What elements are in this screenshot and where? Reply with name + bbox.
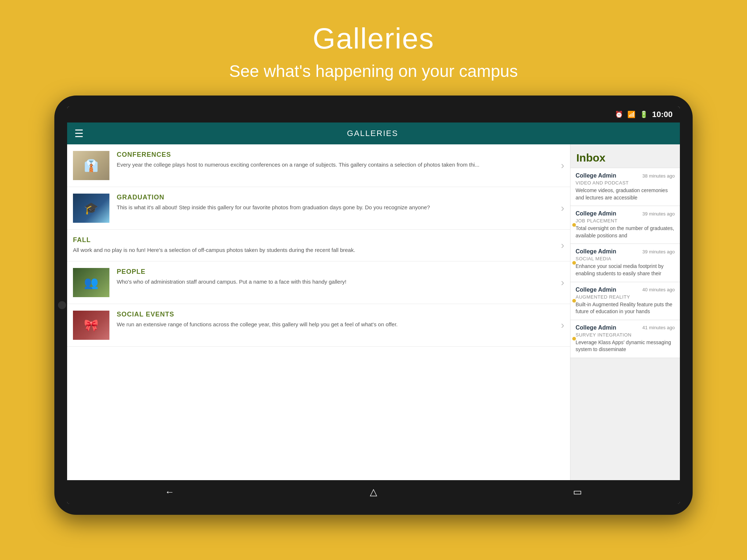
- inbox-panel: Inbox College Admin 38 minutes ago VIDEO…: [570, 144, 680, 480]
- gallery-name-people: PEOPLE: [117, 268, 557, 276]
- recent-button[interactable]: ▭: [562, 483, 593, 501]
- inbox-sender-3: College Admin: [576, 248, 616, 255]
- inbox-item-4-header: College Admin 40 minutes ago: [576, 287, 675, 293]
- inbox-time-1: 38 minutes ago: [642, 173, 675, 179]
- inbox-item-1-header: College Admin 38 minutes ago: [576, 172, 675, 179]
- chevron-right-people: ›: [561, 277, 564, 288]
- inbox-preview-2: Total oversight on the number of graduat…: [576, 225, 675, 239]
- main-content: CONFERENCES Every year the college plays…: [67, 144, 680, 480]
- inbox-time-5: 41 minutes ago: [642, 325, 675, 330]
- inbox-sender-5: College Admin: [576, 324, 616, 331]
- tablet-screen: ⏰ 📶 🔋 10:00 ☰ GALLERIES CONFERENCES Ever…: [67, 106, 680, 504]
- gallery-thumb-conferences: [73, 151, 109, 180]
- menu-icon[interactable]: ☰: [74, 128, 84, 140]
- app-header: ☰ GALLERIES: [67, 122, 680, 144]
- inbox-preview-3: Enhance your social media footprint by e…: [576, 263, 675, 277]
- inbox-sender-2: College Admin: [576, 210, 616, 217]
- gallery-desc-graduation: This is what it's all about! Step inside…: [117, 203, 557, 212]
- inbox-time-4: 40 minutes ago: [642, 287, 675, 292]
- inbox-item-3[interactable]: College Admin 39 minutes ago SOCIAL MEDI…: [570, 244, 680, 282]
- alarm-icon: ⏰: [615, 110, 623, 118]
- inbox-item-5[interactable]: College Admin 41 minutes ago SURVEY INTE…: [570, 320, 680, 358]
- inbox-subject-2: JOB PLACEMENT: [576, 218, 675, 223]
- gallery-list: CONFERENCES Every year the college plays…: [67, 144, 570, 480]
- gallery-desc-fall: All work and no play is no fun! Here's a…: [73, 246, 557, 254]
- inbox-header: Inbox: [570, 144, 680, 168]
- inbox-subject-5: SURVEY INTEGRATION: [576, 332, 675, 338]
- gallery-item-people[interactable]: PEOPLE Who's who of administration staff…: [67, 261, 570, 304]
- inbox-item-1[interactable]: College Admin 38 minutes ago VIDEO AND P…: [570, 168, 680, 206]
- inbox-time-2: 39 minutes ago: [642, 211, 675, 217]
- chevron-right-conferences: ›: [561, 160, 564, 171]
- gallery-item-conferences[interactable]: CONFERENCES Every year the college plays…: [67, 144, 570, 187]
- status-time: 10:00: [652, 110, 673, 119]
- page-title: Galleries: [229, 22, 518, 55]
- gallery-desc-people: Who's who of administration staff around…: [117, 278, 557, 286]
- inbox-sender-4: College Admin: [576, 287, 616, 293]
- battery-icon: 🔋: [640, 110, 648, 118]
- inbox-item-2-header: College Admin 39 minutes ago: [576, 210, 675, 217]
- inbox-time-3: 39 minutes ago: [642, 249, 675, 254]
- gallery-thumb-people: [73, 268, 109, 297]
- gallery-item-social-events[interactable]: SOCIAL EVENTS We run an extensive range …: [67, 304, 570, 347]
- gallery-name-graduation: GRADUATION: [117, 194, 557, 201]
- inbox-subject-1: VIDEO AND PODCAST: [576, 180, 675, 186]
- inbox-item-3-header: College Admin 39 minutes ago: [576, 248, 675, 255]
- home-button[interactable]: △: [359, 483, 388, 501]
- inbox-preview-4: Built-in Augmented Reality feature puts …: [576, 301, 675, 315]
- inbox-subject-3: SOCIAL MEDIA: [576, 256, 675, 261]
- inbox-preview-5: Leverage Klass Apps' dynamic messaging s…: [576, 339, 675, 353]
- gallery-desc-social: We run an extensive range of functions a…: [117, 320, 557, 329]
- status-bar: ⏰ 📶 🔋 10:00: [67, 106, 680, 122]
- chevron-right-social: ›: [561, 319, 564, 331]
- inbox-item-4[interactable]: College Admin 40 minutes ago AUGMENTED R…: [570, 282, 680, 320]
- gallery-info-fall: FALL All work and no play is no fun! Her…: [73, 236, 557, 254]
- wifi-icon: 📶: [627, 110, 635, 118]
- inbox-subject-4: AUGMENTED REALITY: [576, 294, 675, 300]
- gallery-name-conferences: CONFERENCES: [117, 151, 557, 159]
- tablet-frame: ⏰ 📶 🔋 10:00 ☰ GALLERIES CONFERENCES Ever…: [54, 96, 693, 515]
- inbox-item-2[interactable]: College Admin 39 minutes ago JOB PLACEME…: [570, 206, 680, 244]
- gallery-name-social: SOCIAL EVENTS: [117, 311, 557, 318]
- inbox-sender-1: College Admin: [576, 172, 616, 179]
- app-title: GALLERIES: [91, 129, 654, 138]
- gallery-desc-conferences: Every year the college plays host to num…: [117, 161, 557, 169]
- gallery-info-social: SOCIAL EVENTS We run an extensive range …: [117, 311, 557, 329]
- gallery-thumb-social: [73, 311, 109, 340]
- gallery-thumb-graduation: [73, 194, 109, 223]
- gallery-info-graduation: GRADUATION This is what it's all about! …: [117, 194, 557, 212]
- inbox-preview-1: Welcome videos, graduation ceremonies an…: [576, 187, 675, 201]
- page-subtitle: See what's happening on your campus: [229, 61, 518, 81]
- nav-bar: ← △ ▭: [67, 480, 680, 504]
- gallery-info-people: PEOPLE Who's who of administration staff…: [117, 268, 557, 286]
- inbox-item-5-header: College Admin 41 minutes ago: [576, 324, 675, 331]
- gallery-info-conferences: CONFERENCES Every year the college plays…: [117, 151, 557, 169]
- page-header: Galleries See what's happening on your c…: [222, 0, 525, 96]
- chevron-right-fall: ›: [561, 240, 564, 251]
- gallery-name-fall: FALL: [73, 236, 557, 244]
- back-button[interactable]: ←: [154, 483, 185, 501]
- gallery-item-fall[interactable]: FALL All work and no play is no fun! Her…: [67, 230, 570, 261]
- gallery-item-graduation[interactable]: GRADUATION This is what it's all about! …: [67, 187, 570, 230]
- chevron-right-graduation: ›: [561, 202, 564, 214]
